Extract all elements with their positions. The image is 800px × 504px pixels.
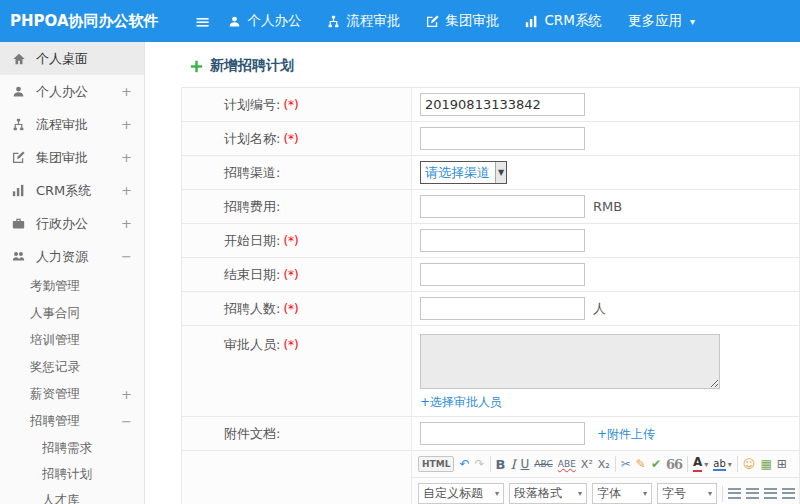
bold-icon[interactable]: B <box>496 457 506 472</box>
expand-toggle-icon[interactable]: − <box>117 414 132 429</box>
image-icon[interactable]: ▦ <box>760 457 771 471</box>
sidebar-item-8[interactable]: 考勤管理 <box>0 273 144 300</box>
font-color-icon-wrap[interactable]: A▾ <box>693 456 708 471</box>
topbar-nav-item-1[interactable]: 个人办公 <box>228 12 301 30</box>
align-center-icon[interactable] <box>746 488 759 499</box>
sidebar-item-9[interactable]: 人事合同 <box>0 300 144 327</box>
cost-input[interactable] <box>420 195 585 218</box>
fullscreen-icon[interactable]: ⊞ <box>777 457 787 471</box>
plan-number-input[interactable] <box>420 93 585 116</box>
sidebar-item-15[interactable]: 招聘计划 <box>0 461 144 487</box>
sidebar-item-label: 人事合同 <box>30 305 132 322</box>
font-color-icon[interactable]: A <box>693 456 702 471</box>
paragraph-format-select[interactable]: 段落格式▾ <box>509 483 587 504</box>
approvers-link[interactable]: +选择审批人员 <box>420 395 502 409</box>
sidebar-item-11[interactable]: 奖惩记录 <box>0 354 144 381</box>
subscript-icon[interactable]: X₂ <box>598 458 610 471</box>
remove-format-icon[interactable]: ✂ <box>621 457 631 471</box>
end-date-label-cell: 结束日期:(*) <box>182 258 412 292</box>
sidebar-item-12[interactable]: 薪资管理+ <box>0 381 144 408</box>
expand-toggle-icon[interactable]: + <box>117 150 132 165</box>
cost-label: 招聘费用: <box>224 199 280 214</box>
topbar-nav-item-5[interactable]: 更多应用▾ <box>628 12 695 30</box>
align-left-icon[interactable] <box>728 488 741 499</box>
autotypeset-icon[interactable]: ✔ <box>651 457 661 471</box>
sidebar: 个人桌面个人办公+流程审批+集团审批+CRM系统+行政办公+人力资源−考勤管理人… <box>0 42 145 504</box>
approvers-textarea[interactable] <box>420 334 720 389</box>
required-mark: (*) <box>283 338 298 352</box>
page-title-text: 新增招聘计划 <box>210 57 294 75</box>
sidebar-item-16[interactable]: 人才库 <box>0 487 144 504</box>
sidebar-item-label: 考勤管理 <box>30 278 132 295</box>
plan-name-input[interactable] <box>420 127 585 150</box>
expand-toggle-icon[interactable]: − <box>117 249 132 264</box>
sidebar-item-1[interactable]: 个人桌面 <box>0 42 144 75</box>
spellcheck-icon[interactable]: ABE <box>558 459 576 469</box>
main-content: 新增招聘计划 计划编号:(*)计划名称:(*)招聘渠道:请选择渠道▼招聘费用:R… <box>146 42 800 504</box>
sidebar-item-13[interactable]: 招聘管理− <box>0 408 144 435</box>
font-size-select[interactable]: 字号▾ <box>657 483 717 504</box>
font-size-select-label: 字号 <box>662 485 686 502</box>
italic-icon[interactable]: I <box>510 457 515 472</box>
attachment-link[interactable]: +附件上传 <box>597 427 655 441</box>
topbar-nav-item-3[interactable]: 集团审批 <box>426 12 499 30</box>
expand-toggle-icon[interactable]: + <box>117 117 132 132</box>
plan-number-label-cell: 计划编号:(*) <box>182 88 412 122</box>
headcount-input[interactable] <box>420 297 585 320</box>
form-row-headcount: 招聘人数:(*)人 <box>182 292 800 326</box>
sidebar-item-label: 流程审批 <box>36 116 117 134</box>
sidebar-item-14[interactable]: 招聘需求 <box>0 435 144 461</box>
sidebar-item-4[interactable]: 集团审批+ <box>0 141 144 174</box>
attachment-input[interactable] <box>420 422 585 445</box>
sidebar-item-7[interactable]: 人力资源− <box>0 240 144 273</box>
strikethrough-icon[interactable]: ABC <box>534 459 552 469</box>
channel-label-cell: 招聘渠道: <box>182 156 412 190</box>
flow-icon <box>12 118 29 131</box>
start-date-input[interactable] <box>420 229 585 252</box>
form-row-plan-name: 计划名称:(*) <box>182 122 800 156</box>
topbar-nav: 个人办公流程审批集团审批CRM系统更多应用▾ <box>228 12 695 30</box>
background-color-icon[interactable]: ab <box>713 458 725 471</box>
custom-title-select[interactable]: 自定义标题▾ <box>418 483 504 504</box>
align-right-icon[interactable] <box>764 488 777 499</box>
topbar-nav-item-2[interactable]: 流程审批 <box>327 12 400 30</box>
background-color-icon-wrap[interactable]: ab▾ <box>713 458 732 471</box>
undo-icon[interactable]: ↶ <box>459 457 469 471</box>
form-row-end-date: 结束日期:(*) <box>182 258 800 292</box>
caret-down-icon: ▾ <box>495 489 499 498</box>
expand-toggle-icon[interactable]: + <box>117 183 132 198</box>
topbar-nav-item-4[interactable]: CRM系统 <box>525 12 601 30</box>
align-justify-icon[interactable] <box>782 488 795 499</box>
expand-toggle-icon[interactable]: + <box>117 84 132 99</box>
end-date-input[interactable] <box>420 263 585 286</box>
sidebar-item-6[interactable]: 行政办公+ <box>0 207 144 240</box>
menu-toggle-icon[interactable]: ≡ <box>195 12 211 31</box>
blockquote-icon[interactable]: 66 <box>666 457 682 472</box>
sidebar-item-3[interactable]: 流程审批+ <box>0 108 144 141</box>
superscript-icon[interactable]: X² <box>581 458 593 471</box>
approvers-label-cell: 审批人员:(*) <box>182 326 412 417</box>
channel-select[interactable]: 请选择渠道▼ <box>420 161 507 184</box>
cost-label-cell: 招聘费用: <box>182 190 412 224</box>
sidebar-item-label: 招聘计划 <box>42 466 132 483</box>
expand-toggle-icon[interactable]: + <box>117 216 132 231</box>
sidebar-item-label: 个人桌面 <box>36 50 132 68</box>
topbar: PHPOA协同办公软件 ≡ 个人办公流程审批集团审批CRM系统更多应用▾ <box>0 0 800 42</box>
emotion-icon[interactable]: ☺ <box>743 457 756 471</box>
redo-icon[interactable]: ↷ <box>474 457 484 471</box>
sidebar-item-5[interactable]: CRM系统+ <box>0 174 144 207</box>
sidebar-item-2[interactable]: 个人办公+ <box>0 75 144 108</box>
underline-icon[interactable]: U <box>521 457 530 471</box>
recruit-plan-form: 计划编号:(*)计划名称:(*)招聘渠道:请选择渠道▼招聘费用:RMB开始日期:… <box>181 87 800 504</box>
font-family-select[interactable]: 字体▾ <box>592 483 652 504</box>
selected-option: 请选择渠道 <box>425 164 490 182</box>
format-painter-icon[interactable]: ✎ <box>636 457 646 471</box>
sidebar-item-label: 招聘需求 <box>42 440 132 457</box>
headcount-label: 招聘人数: <box>224 301 280 316</box>
expand-toggle-icon[interactable]: + <box>117 387 132 402</box>
edit-icon <box>426 15 439 28</box>
sidebar-item-10[interactable]: 培训管理 <box>0 327 144 354</box>
html-source-button[interactable]: HTML <box>418 456 454 472</box>
caret-down-icon: ▾ <box>643 489 647 498</box>
user-icon <box>228 15 241 28</box>
